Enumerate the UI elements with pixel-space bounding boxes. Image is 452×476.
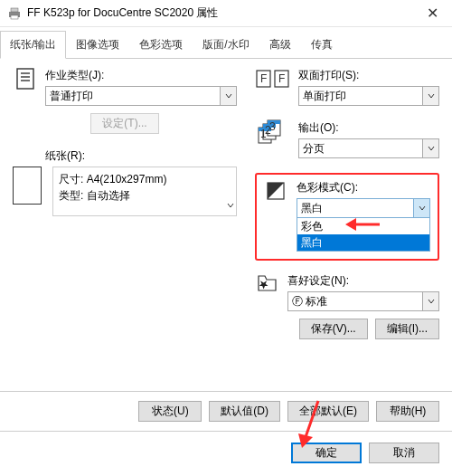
color-mode-value: 黑白 [301,201,323,216]
chevron-down-icon [227,197,234,214]
paper-group: 纸张(R): 尺寸: A4(210x297mm) 类型: 自动选择 [13,148,237,216]
color-mode-select[interactable]: 黑白 [297,198,430,218]
paper-size-text: 尺寸: A4(210x297mm) [59,171,231,187]
favorites-select[interactable]: Ⓕ 标准 [287,291,439,311]
tab-fax[interactable]: 传真 [301,31,343,58]
chevron-down-icon [422,139,438,157]
svg-text:1: 1 [260,128,267,140]
duplex-value: 单面打印 [303,89,346,104]
favorites-group: 喜好设定(N): Ⓕ 标准 保存(V)... 编辑(I)... [255,273,439,339]
favorites-save-button[interactable]: 保存(V)... [299,319,368,339]
paper-preview-icon [13,167,42,205]
svg-text:F: F [260,72,267,85]
duplex-select[interactable]: 单面打印 [298,86,439,106]
svg-rect-1 [11,8,18,12]
chevron-down-icon [422,87,438,105]
color-mode-label: 色彩模式(C): [297,180,430,195]
tab-footer-buttons: 状态(U) 默认值(D) 全部默认(E) 帮助(H) [0,391,452,431]
all-defaults-button[interactable]: 全部默认(E) [287,401,369,422]
color-mode-highlight: 色彩模式(C): 黑白 彩色 黑白 [255,173,439,261]
help-button[interactable]: 帮助(H) [376,401,439,422]
paper-info-box[interactable]: 尺寸: A4(210x297mm) 类型: 自动选择 [52,167,237,216]
favorites-edit-button[interactable]: 编辑(I)... [375,319,439,339]
color-mode-icon [264,180,289,202]
job-type-group: 作业类型(J): 普通打印 设定(T)... [13,68,237,134]
color-mode-option-color[interactable]: 彩色 [297,218,429,234]
duplex-icon: FF [255,68,291,90]
left-column: 作业类型(J): 普通打印 设定(T)... 纸张(R): 尺寸: A4(210… [13,68,237,354]
favorites-icon [255,273,280,295]
color-mode-option-bw[interactable]: 黑白 [297,234,429,251]
paper-label: 纸张(R): [45,148,237,164]
duplex-label: 双面打印(S): [298,68,439,83]
printer-icon [7,6,22,21]
status-button[interactable]: 状态(U) [138,401,202,422]
chevron-down-icon [413,199,429,217]
titlebar: FF K523p for DocuCentre SC2020 属性 ✕ [0,0,452,27]
tab-advanced[interactable]: 高级 [259,31,301,58]
window-title: FF K523p for DocuCentre SC2020 属性 [27,5,414,21]
output-group: 321 输出(O): 分页 [255,120,439,158]
duplex-group: FF 双面打印(S): 单面打印 [255,68,439,106]
output-value: 分页 [303,141,325,157]
tab-content: 作业类型(J): 普通打印 设定(T)... 纸张(R): 尺寸: A4(210… [0,59,452,363]
output-select[interactable]: 分页 [298,138,439,158]
job-type-select[interactable]: 普通打印 [45,86,237,106]
ok-button[interactable]: 确定 [291,443,362,463]
color-mode-dropdown: 彩色 黑白 [297,217,430,252]
chevron-down-icon [422,292,438,310]
chevron-down-icon [220,87,236,105]
close-button[interactable]: ✕ [414,1,450,25]
favorites-label: 喜好设定(N): [287,273,439,289]
job-type-value: 普通打印 [50,89,93,104]
paper-type-text: 类型: 自动选择 [59,187,231,204]
job-type-settings-button: 设定(T)... [90,113,158,134]
tab-image-options[interactable]: 图像选项 [66,31,129,58]
favorites-value: Ⓕ 标准 [292,294,327,309]
document-icon [13,68,38,90]
output-label: 输出(O): [298,120,439,136]
dialog-footer: 状态(U) 默认值(D) 全部默认(E) 帮助(H) 确定 取消 [0,391,452,476]
tab-paper-output[interactable]: 纸张/输出 [0,31,66,59]
defaults-button[interactable]: 默认值(D) [209,401,280,422]
dialog-buttons: 确定 取消 [0,431,452,476]
cancel-button[interactable]: 取消 [369,443,439,463]
tab-layout-watermark[interactable]: 版面/水印 [193,31,259,58]
svg-text:F: F [278,72,285,85]
svg-rect-3 [17,69,33,89]
tab-color-options[interactable]: 色彩选项 [129,31,193,58]
tab-strip: 纸张/输出 图像选项 色彩选项 版面/水印 高级 传真 [0,31,452,59]
right-column: FF 双面打印(S): 单面打印 321 输出(O): [255,68,439,354]
job-type-label: 作业类型(J): [45,68,237,83]
svg-rect-2 [11,15,18,19]
collate-icon: 321 [255,120,291,142]
